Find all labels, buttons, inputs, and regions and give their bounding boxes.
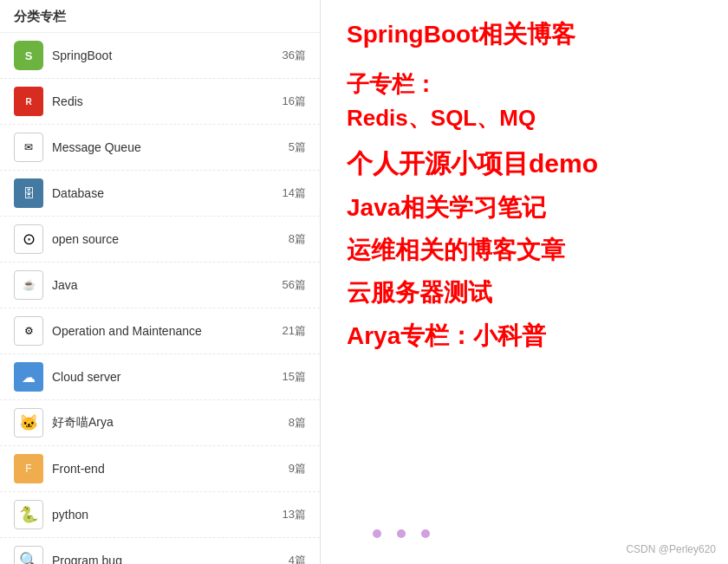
category-item-python[interactable]: 🐍python13篇 bbox=[0, 492, 320, 538]
right-line-6: 云服务器测试 bbox=[347, 276, 702, 309]
cat-count-bug: 4篇 bbox=[289, 553, 306, 564]
cat-name-ops: Operation and Maintenance bbox=[52, 324, 283, 338]
cat-name-frontend: Front-end bbox=[52, 462, 289, 476]
right-line-0: SpringBoot相关博客 bbox=[347, 17, 702, 51]
cat-name-cloud: Cloud server bbox=[52, 370, 283, 384]
cat-icon-frontend: F bbox=[14, 454, 43, 483]
cat-name-springboot: SpringBoot bbox=[52, 49, 283, 62]
cat-name-arya: 好奇喵Arya bbox=[52, 415, 289, 431]
cat-icon-cloud: ☁ bbox=[14, 362, 43, 392]
category-item-cloud[interactable]: ☁Cloud server15篇 bbox=[0, 354, 320, 400]
right-panel: SpringBoot相关博客子专栏：Redis、SQL、MQ个人开源小项目dem… bbox=[321, 0, 728, 564]
cat-icon-redis: R bbox=[14, 87, 43, 116]
category-item-database[interactable]: 🗄Database14篇 bbox=[0, 171, 320, 217]
category-item-java[interactable]: ☕Java56篇 bbox=[0, 263, 320, 308]
cat-name-redis: Redis bbox=[52, 94, 283, 108]
cat-count-database: 14篇 bbox=[283, 185, 306, 201]
dot-2 bbox=[397, 529, 406, 538]
category-item-redis[interactable]: RRedis16篇 bbox=[0, 79, 320, 125]
cat-count-java: 56篇 bbox=[283, 277, 306, 293]
panel-header: 分类专栏 bbox=[0, 0, 320, 33]
right-line-2: Redis、SQL、MQ bbox=[347, 102, 702, 133]
cat-name-mq: Message Queue bbox=[52, 140, 289, 154]
cat-icon-arya: 🐱 bbox=[14, 408, 43, 438]
cat-count-python: 13篇 bbox=[283, 507, 306, 522]
category-item-frontend[interactable]: FFront-end9篇 bbox=[0, 446, 320, 492]
cat-count-mq: 5篇 bbox=[289, 139, 306, 155]
category-item-mq[interactable]: ✉Message Queue5篇 bbox=[0, 125, 320, 171]
category-list: SSpringBoot36篇RRedis16篇✉Message Queue5篇🗄… bbox=[0, 33, 320, 564]
cat-count-ops: 21篇 bbox=[283, 323, 306, 339]
dot-1 bbox=[373, 529, 381, 538]
category-item-springboot[interactable]: SSpringBoot36篇 bbox=[0, 33, 320, 79]
cat-count-redis: 16篇 bbox=[283, 94, 306, 109]
dot-3 bbox=[421, 529, 430, 538]
left-panel: 分类专栏 SSpringBoot36篇RRedis16篇✉Message Que… bbox=[0, 0, 321, 564]
cat-icon-springboot: S bbox=[14, 41, 43, 70]
cat-icon-opensource: ⊙ bbox=[14, 224, 43, 254]
cat-name-opensource: open source bbox=[52, 232, 289, 246]
cat-icon-java: ☕ bbox=[14, 270, 43, 300]
cat-count-opensource: 8篇 bbox=[289, 231, 306, 247]
category-item-bug[interactable]: 🔍Program bug4篇 bbox=[0, 538, 320, 564]
cat-icon-python: 🐍 bbox=[14, 500, 43, 529]
cat-icon-ops: ⚙ bbox=[14, 316, 43, 346]
cat-count-arya: 8篇 bbox=[289, 415, 306, 431]
right-line-3: 个人开源小项目demo bbox=[347, 146, 702, 182]
cat-name-python: python bbox=[52, 508, 283, 522]
cat-count-springboot: 36篇 bbox=[283, 48, 306, 63]
category-item-opensource[interactable]: ⊙open source8篇 bbox=[0, 217, 320, 263]
right-line-7: Arya专栏：小科普 bbox=[347, 319, 702, 353]
right-content: SpringBoot相关博客子专栏：Redis、SQL、MQ个人开源小项目dem… bbox=[347, 17, 702, 521]
cat-count-frontend: 9篇 bbox=[289, 461, 306, 476]
cat-icon-mq: ✉ bbox=[14, 133, 43, 162]
cat-icon-bug: 🔍 bbox=[14, 546, 43, 564]
right-line-1: 子专栏： bbox=[347, 68, 702, 100]
category-item-ops[interactable]: ⚙Operation and Maintenance21篇 bbox=[0, 308, 320, 354]
right-line-4: Java相关学习笔记 bbox=[347, 191, 702, 224]
cat-name-database: Database bbox=[52, 186, 283, 200]
cat-name-bug: Program bug bbox=[52, 554, 289, 564]
cat-icon-database: 🗄 bbox=[14, 178, 43, 208]
cat-name-java: Java bbox=[52, 278, 283, 292]
cat-count-cloud: 15篇 bbox=[283, 369, 306, 385]
category-item-arya[interactable]: 🐱好奇喵Arya8篇 bbox=[0, 400, 320, 446]
right-line-5: 运维相关的博客文章 bbox=[347, 233, 702, 267]
watermark: CSDN @Perley620 bbox=[626, 543, 716, 555]
